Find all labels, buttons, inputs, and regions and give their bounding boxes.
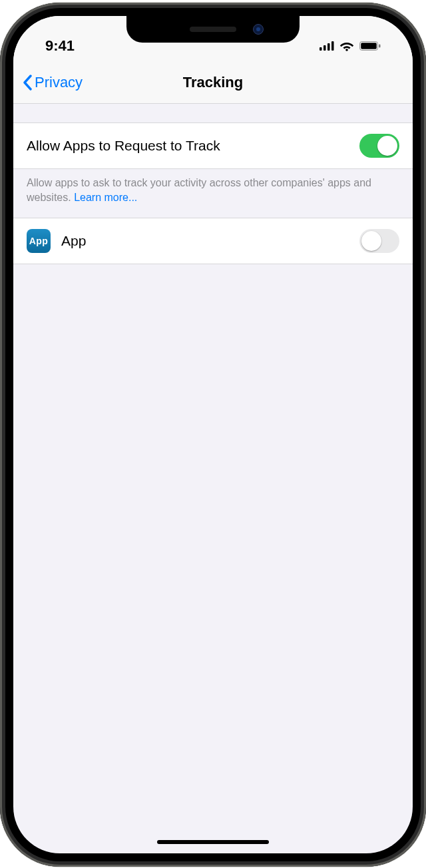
svg-rect-6 (361, 43, 377, 49)
tracking-footer: Allow apps to ask to track your activity… (13, 169, 413, 218)
learn-more-link[interactable]: Learn more... (74, 192, 137, 203)
status-right-icons (320, 41, 381, 51)
allow-apps-to-track-label: Allow Apps to Request to Track (27, 138, 220, 154)
app-icon: App (27, 229, 51, 253)
svg-point-4 (345, 49, 348, 51)
svg-rect-3 (331, 41, 334, 51)
nav-bar: Privacy Tracking (13, 64, 413, 104)
back-label: Privacy (35, 74, 83, 91)
back-button[interactable]: Privacy (23, 74, 183, 91)
app-tracking-toggle[interactable] (359, 229, 399, 253)
page-title: Tracking (183, 74, 243, 91)
app-name-label: App (61, 233, 86, 249)
toggle-knob (361, 231, 381, 251)
battery-icon (359, 41, 381, 51)
screen: 9:41 (13, 16, 413, 853)
toggle-knob (377, 136, 397, 156)
device-frame: 9:41 (0, 3, 426, 867)
app-tracking-row: App App (13, 218, 413, 264)
front-camera (253, 24, 264, 35)
home-indicator[interactable] (157, 840, 269, 844)
svg-rect-1 (323, 45, 326, 51)
allow-apps-to-track-row: Allow Apps to Request to Track (13, 122, 413, 169)
allow-apps-to-track-toggle[interactable] (359, 134, 399, 158)
svg-rect-2 (327, 43, 330, 51)
notch (126, 16, 300, 43)
svg-rect-0 (320, 47, 322, 51)
status-time: 9:41 (45, 37, 75, 55)
cellular-icon (320, 41, 334, 51)
earpiece-speaker (190, 27, 236, 32)
svg-rect-7 (379, 45, 381, 48)
chevron-left-icon (23, 75, 33, 91)
wifi-icon (339, 41, 354, 51)
content: Allow Apps to Request to Track Allow app… (13, 104, 413, 264)
